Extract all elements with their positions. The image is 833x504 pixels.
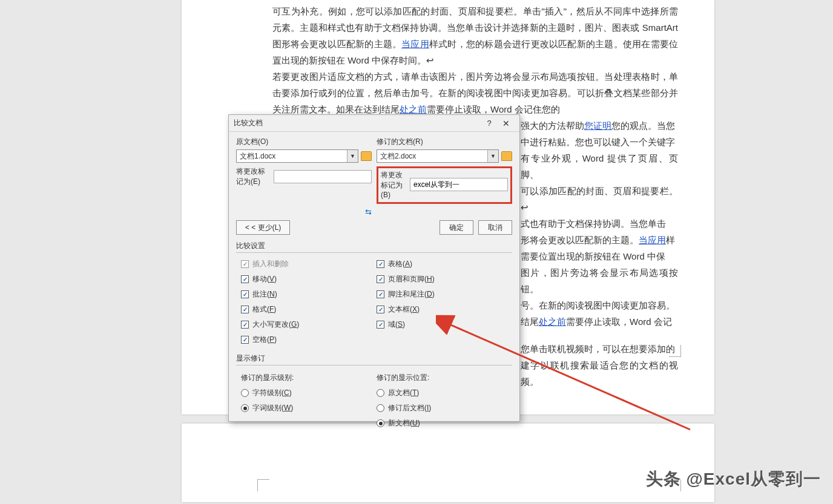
link-dangyingyong2[interactable]: 当应用	[639, 235, 666, 245]
radio-icon	[241, 404, 249, 412]
setting-checkbox[interactable]: 域(S)	[377, 317, 512, 332]
checkbox-label: 空格(P)	[252, 335, 277, 345]
checkbox-icon	[241, 290, 249, 298]
radio-option[interactable]: 字词级别(W)	[241, 401, 377, 416]
compare-settings-heading: 比较设置	[236, 241, 512, 253]
checkbox-icon	[241, 336, 249, 344]
radio-label: 修订后文档(I)	[388, 403, 431, 413]
page-corner	[669, 345, 681, 357]
text-16: 结尾	[521, 316, 539, 327]
text-13: 需要位置出现的新按钮在 Word 中保	[521, 251, 665, 261]
text-7: 中进行粘贴。您也可以键入一个关键字	[521, 137, 675, 147]
revision-level-label: 修订的显示级别:	[241, 373, 377, 383]
original-doc-label: 原文档(O)	[236, 137, 372, 147]
less-button[interactable]: < < 更少(L)	[236, 220, 290, 235]
setting-checkbox[interactable]: 空格(P)	[241, 332, 377, 347]
checkbox-label: 文本框(X)	[388, 304, 420, 315]
text-9: 可以添加匹配的封面、页眉和提要栏。↩	[521, 186, 678, 212]
checkbox-label: 移动(V)	[252, 274, 277, 284]
checkbox-icon	[241, 260, 249, 268]
revised-doc-combobox[interactable]: 文档2.docx ▼	[377, 149, 499, 163]
text-12: 样	[666, 235, 675, 245]
radio-icon	[241, 389, 249, 397]
setting-checkbox[interactable]: 页眉和页脚(H)	[377, 272, 512, 287]
setting-checkbox[interactable]: 文本框(X)	[377, 302, 512, 317]
checkbox-icon	[241, 275, 249, 283]
browse-original-button[interactable]	[361, 151, 372, 161]
link-dangyingyong[interactable]: 当应用	[401, 39, 429, 49]
text-11: 形将会更改以匹配新的主题。	[521, 235, 639, 245]
text-6: 您的观点。当您	[611, 120, 675, 131]
setting-checkbox[interactable]: 移动(V)	[241, 272, 377, 287]
dialog-titlebar[interactable]: 比较文档 ? ✕	[229, 115, 519, 132]
checkbox-icon	[377, 260, 384, 268]
setting-checkbox[interactable]: 大小写更改(G)	[241, 317, 377, 332]
show-revisions-heading: 显示修订	[236, 353, 512, 365]
text-10: 式也有助于文档保持协调。当您单击	[521, 218, 666, 229]
close-button[interactable]: ✕	[498, 116, 515, 131]
mark-changes-e-input[interactable]	[274, 170, 372, 183]
highlight-annotation: 将更改标记为(B)	[377, 166, 512, 204]
setting-checkbox[interactable]: 表格(A)	[377, 257, 512, 272]
revised-doc-value: 文档2.docx	[377, 151, 487, 162]
radio-icon	[377, 419, 384, 427]
checkbox-label: 批注(N)	[252, 289, 277, 299]
radio-icon	[377, 389, 384, 397]
setting-checkbox[interactable]: 格式(F)	[241, 302, 377, 317]
ok-button[interactable]: 确定	[440, 220, 473, 235]
dialog-title: 比较文档	[234, 118, 481, 128]
checkbox-label: 格式(F)	[252, 304, 276, 315]
browse-revised-button[interactable]	[501, 151, 512, 161]
link-chuzhiqian[interactable]: 处之前	[400, 104, 427, 114]
checkbox-label: 大小写更改(G)	[252, 319, 299, 330]
radio-option[interactable]: 新文档(U)	[377, 416, 512, 431]
checkbox-label: 脚注和尾注(D)	[388, 289, 435, 299]
text-5: 强大的方法帮助	[521, 120, 584, 131]
setting-checkbox: 插入和删除	[241, 257, 377, 272]
chevron-down-icon[interactable]: ▼	[347, 150, 358, 162]
chevron-down-icon[interactable]: ▼	[487, 150, 498, 162]
checkbox-icon	[241, 321, 249, 329]
text-4: 需要停止读取，Word 会记住您的	[427, 104, 560, 114]
cancel-button[interactable]: 取消	[478, 220, 512, 235]
radio-label: 新文档(U)	[388, 418, 420, 428]
radio-icon	[377, 404, 384, 412]
link-nizhengming[interactable]: 您证明	[584, 120, 611, 131]
revision-location-label: 修订的显示位置:	[377, 373, 512, 383]
checkbox-icon	[241, 306, 249, 313]
checkbox-icon	[377, 290, 384, 298]
radio-label: 原文档(T)	[388, 388, 419, 398]
checkbox-label: 表格(A)	[388, 259, 412, 269]
mark-changes-b-input[interactable]	[410, 178, 508, 191]
text-17: 需要停止读取，Word 会记	[566, 316, 672, 327]
help-button[interactable]: ?	[481, 116, 498, 131]
text-18: 您单击联机视频时，可以在想要添加的	[521, 344, 675, 354]
checkbox-icon	[377, 275, 384, 283]
checkbox-label: 域(S)	[388, 319, 405, 330]
original-doc-combobox[interactable]: 文档1.docx ▼	[236, 149, 358, 163]
text-15: 号。在新的阅读视图中阅读更加容易。	[521, 300, 675, 310]
checkbox-label: 页眉和页脚(H)	[388, 274, 435, 284]
setting-checkbox[interactable]: 脚注和尾注(D)	[377, 287, 512, 302]
radio-label: 字符级别(C)	[252, 388, 292, 398]
original-doc-value: 文档1.docx	[237, 151, 347, 162]
revised-doc-label: 修订的文档(R)	[377, 137, 512, 147]
checkbox-label: 插入和删除	[252, 259, 289, 269]
compare-documents-dialog: 比较文档 ? ✕ 原文档(O) 文档1.docx ▼ 将更改标记为(E)	[228, 114, 520, 422]
text-8: 有专业外观，Word 提供了页眉、页脚、	[521, 153, 678, 180]
radio-option[interactable]: 原文档(T)	[377, 385, 512, 401]
watermark: 头条 @Excel从零到一	[646, 468, 821, 491]
link-chuzhiqian2[interactable]: 处之前	[539, 316, 566, 327]
mark-changes-e-label: 将更改标记为(E)	[236, 166, 270, 187]
radio-label: 字词级别(W)	[252, 403, 293, 413]
text-19: 建字以联机搜索最适合您的文档的视频。	[521, 360, 678, 387]
swap-documents-button[interactable]: ⇆	[236, 208, 512, 217]
page-corner	[257, 479, 269, 491]
radio-option[interactable]: 字符级别(C)	[241, 385, 377, 401]
checkbox-icon	[377, 321, 384, 329]
checkbox-icon	[377, 306, 384, 313]
setting-checkbox[interactable]: 批注(N)	[241, 287, 377, 302]
radio-option[interactable]: 修订后文档(I)	[377, 401, 512, 416]
text-14: 图片，图片旁边将会显示布局选项按钮。	[521, 267, 678, 294]
mark-changes-b-label: 将更改标记为(B)	[381, 170, 406, 199]
